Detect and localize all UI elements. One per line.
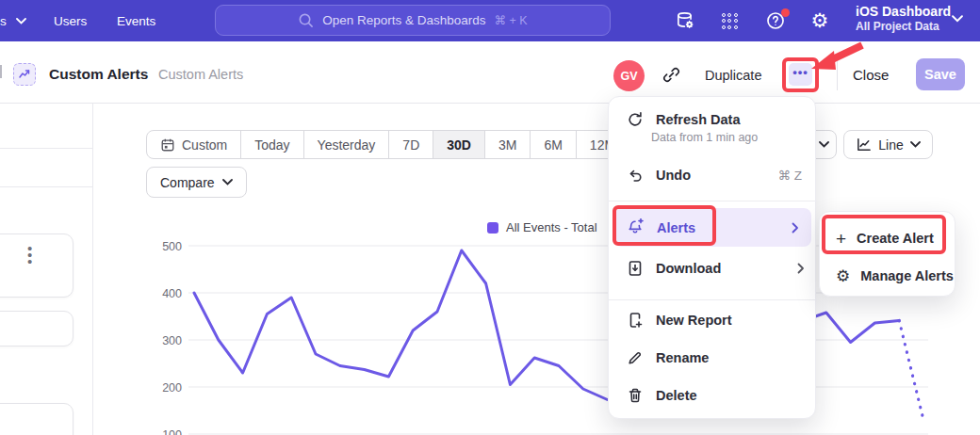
date-range-30d[interactable]: 30D [433, 131, 485, 158]
help-icon[interactable] [764, 0, 787, 41]
settings-icon[interactable]: ⚙ [808, 0, 831, 41]
plus-icon: + [836, 230, 846, 248]
trash-icon [627, 387, 644, 404]
project-name: iOS Dashboard [856, 4, 951, 19]
nav-item-events[interactable]: Events [117, 0, 155, 41]
duplicate-button[interactable]: Duplicate [705, 68, 761, 83]
mini-chart-icon [18, 68, 31, 81]
calendar-icon [160, 137, 175, 153]
kebab-menu-icon[interactable]: ••• [27, 246, 32, 265]
chevron-down-icon [222, 179, 233, 185]
more-options-button[interactable]: ••• [789, 63, 812, 86]
sidebar-divider [0, 148, 93, 149]
undo-shortcut: ⌘ Z [778, 168, 803, 183]
avatar[interactable]: GV [613, 60, 645, 91]
menu-item-download[interactable]: Download [609, 249, 817, 287]
svg-text:500: 500 [162, 240, 182, 253]
left-sidebar: ••• [0, 104, 93, 435]
download-icon [627, 260, 644, 277]
chevron-down-icon [16, 18, 26, 24]
search-icon [298, 12, 314, 28]
nav-item-partial[interactable]: s [0, 0, 26, 41]
notification-dot [781, 8, 790, 17]
breadcrumb: Custom Alerts [158, 67, 243, 82]
page-title: Custom Alerts [49, 66, 148, 83]
project-scope: All Project Data [856, 20, 951, 33]
save-button[interactable]: Save [916, 58, 965, 90]
gear-icon: ⚙ [836, 268, 850, 284]
menu-separator [609, 201, 817, 201]
menu-item-new-report[interactable]: New Report [609, 301, 817, 339]
close-button[interactable]: Close [853, 67, 889, 83]
menu-item-delete[interactable]: Delete [609, 377, 817, 414]
clipped-element [0, 65, 2, 78]
menu-item-alerts[interactable]: Alerts [614, 208, 811, 247]
database-gear-icon [675, 10, 695, 31]
chevron-down-icon [819, 141, 829, 148]
sidebar-card[interactable]: ••• [0, 234, 74, 298]
svg-text:200: 200 [162, 381, 182, 395]
date-range-selector: Custom Today Yesterday 7D 30D 3M 6M 12M [146, 130, 629, 159]
gear-icon: ⚙ [811, 11, 829, 31]
svg-text:300: 300 [162, 334, 182, 347]
chevron-down-icon [910, 141, 921, 148]
menu-separator [609, 299, 817, 300]
apps-launcher-icon[interactable] [718, 0, 741, 41]
global-search-input[interactable]: Open Reports & Dashboards ⌘ + K [215, 5, 611, 36]
date-range-custom[interactable]: Custom [147, 131, 241, 158]
date-range-6m[interactable]: 6M [531, 131, 576, 158]
legend-swatch [487, 222, 498, 234]
chevron-right-icon [792, 222, 799, 234]
sidebar-divider [0, 186, 93, 187]
legend-label: All Events - Total [506, 220, 597, 234]
top-navbar: s Users Events Open Reports & Dashboards… [0, 0, 980, 41]
nav-item-users[interactable]: Users [54, 0, 87, 41]
chevron-down-icon[interactable] [952, 15, 963, 23]
menu-item-refresh-sublabel: Data from 1 min ago [651, 131, 758, 144]
sidebar-card[interactable] [0, 311, 74, 346]
date-range-7d[interactable]: 7D [389, 131, 433, 158]
grid-dots-icon [722, 13, 738, 29]
compare-button[interactable]: Compare [146, 167, 247, 198]
undo-icon [627, 167, 644, 184]
date-range-3m[interactable]: 3M [485, 131, 531, 158]
chevron-right-icon [797, 263, 805, 274]
alerts-submenu: + Create Alert ⚙ Manage Alerts [819, 211, 956, 297]
submenu-item-create-alert[interactable]: + Create Alert [820, 219, 956, 257]
chart-type-button[interactable]: Line [843, 130, 933, 159]
date-range-today[interactable]: Today [241, 131, 303, 158]
data-management-icon[interactable] [674, 0, 696, 41]
sidebar-card[interactable] [0, 403, 74, 435]
copy-link-button[interactable] [662, 66, 680, 88]
menu-item-rename[interactable]: Rename [609, 339, 817, 377]
divider [837, 60, 838, 90]
pencil-icon [627, 349, 644, 366]
submenu-item-manage-alerts[interactable]: ⚙ Manage Alerts [820, 257, 956, 295]
date-range-yesterday[interactable]: Yesterday [304, 131, 390, 158]
svg-text:400: 400 [162, 287, 182, 300]
chart-legend: All Events - Total [487, 220, 597, 234]
file-plus-icon [627, 312, 644, 329]
project-switcher[interactable]: iOS Dashboard All Project Data [856, 4, 951, 33]
menu-item-undo[interactable]: Undo ⌘ Z [609, 156, 817, 194]
refresh-icon [627, 111, 644, 128]
bell-plus-icon [627, 218, 645, 236]
line-chart-icon [856, 137, 872, 153]
svg-text:100: 100 [162, 428, 182, 435]
link-icon [662, 66, 680, 84]
report-icon-tile [13, 63, 36, 86]
report-header: Custom Alerts Custom Alerts GV Duplicate… [0, 41, 980, 104]
more-options-menu: Refresh Data Data from 1 min ago Undo ⌘ … [608, 96, 816, 419]
